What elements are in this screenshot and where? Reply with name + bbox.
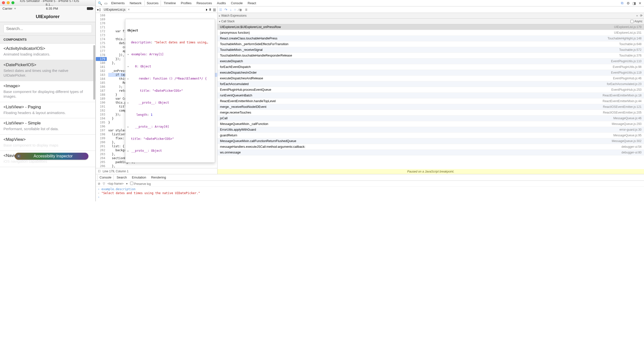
- console-controls: ⊘ ▽ <top frame> ▾ Preserve log: [96, 181, 644, 187]
- stack-frame[interactable]: jsCallMessageQueue.js:46: [218, 116, 644, 121]
- drawer-tab-search[interactable]: Search: [115, 175, 129, 180]
- stack-frame[interactable]: MessageQueueMixin._callFunctionMessageQu…: [218, 121, 644, 127]
- minimize-icon[interactable]: [7, 1, 10, 4]
- pretty-print-icon[interactable]: {}: [98, 169, 101, 173]
- file-tab-active[interactable]: UIExplorerList.js: [102, 7, 127, 12]
- list-item[interactable]: <ActivityIndicatorIOS>Animated loading i…: [0, 44, 95, 60]
- close-tab-icon[interactable]: ✕: [128, 8, 130, 11]
- file-tabs: ▸▯ UIExplorerList.js ✕ ⏵⏸ |||: [96, 6, 217, 13]
- stack-frame[interactable]: React.createClass.touchableHandlePressTo…: [218, 36, 644, 41]
- stack-frame[interactable]: ws.onmessagedebugger-ui:80: [218, 150, 644, 156]
- stack-frame[interactable]: executeDispatchEventPluginUtils.js:110: [218, 58, 644, 64]
- stack-frame[interactable]: executeDispatchesAndReleaseEventPluginHu…: [218, 76, 644, 81]
- drawer: Console Search Emulation Rendering ⊘ ▽ <…: [96, 174, 644, 201]
- zoom-icon[interactable]: [12, 1, 14, 4]
- stack-frame[interactable]: TouchableMixin._performSideEffectsForTra…: [218, 41, 644, 47]
- debugger-toolbar: ▶⃓ ↷ ↓ ↑ ⁄◉ ⏸: [218, 6, 644, 13]
- ios-status-bar: Carrier ᯤ 6:35 PM: [0, 6, 95, 11]
- gear-icon[interactable]: ⚙: [626, 1, 630, 6]
- stack-frame[interactable]: merge.receiveTouchesReactIOSEventEmitter…: [218, 110, 644, 116]
- devtools-panel: 🔍 ▭ Elements Network Sources Timeline Pr…: [96, 0, 644, 201]
- stack-frame[interactable]: MessageQueueMixin.callFunctionReturnFlus…: [218, 138, 644, 144]
- drawer-tabs: Console Search Emulation Rendering: [96, 174, 644, 181]
- frame-selector[interactable]: <top frame>: [108, 182, 124, 185]
- drawer-tab-console[interactable]: Console: [97, 175, 114, 180]
- scrollbar[interactable]: [93, 45, 95, 100]
- stack-frame[interactable]: TouchableMixin._receiveSignalTouchable.j…: [218, 47, 644, 53]
- tab-react[interactable]: React: [246, 0, 258, 6]
- list-item[interactable]: <DatePickerIOS>Select dates and times us…: [0, 60, 95, 81]
- list-item[interactable]: <MapView>Base component to display maps: [0, 135, 95, 151]
- tab-elements[interactable]: Elements: [109, 0, 126, 6]
- close-icon[interactable]: ✕: [16, 154, 21, 159]
- search-icon[interactable]: 🔍: [97, 1, 102, 6]
- stack-frame[interactable]: messageHandlers.executeJSCall:method:arg…: [218, 144, 644, 150]
- resume-icon[interactable]: ▶⃓: [220, 8, 222, 12]
- line-gutter[interactable]: 1681691701711721731741751761771781791801…: [96, 13, 107, 168]
- accessibility-inspector-badge[interactable]: ✕ Accessibility Inspector: [15, 153, 88, 160]
- step-out-icon[interactable]: ↑: [234, 8, 236, 12]
- stack-frame[interactable]: EventPluginHub.processEventQueueEventPlu…: [218, 87, 644, 93]
- close-icon[interactable]: [2, 1, 5, 4]
- tab-audits[interactable]: Audits: [215, 0, 228, 6]
- stack-frame[interactable]: ErrorUtils.applyWithGuarderror-guard.js:…: [218, 127, 644, 133]
- filter-icon[interactable]: ▽: [103, 182, 105, 185]
- clear-console-icon[interactable]: ⊘: [98, 182, 100, 185]
- chevron-down-icon[interactable]: ▾: [126, 182, 128, 185]
- navigator-toggle-icon[interactable]: ▸▯: [97, 8, 101, 11]
- drawer-toggle-icon[interactable]: ⧉: [620, 1, 625, 6]
- search-input[interactable]: [4, 24, 92, 33]
- tab-network[interactable]: Network: [128, 0, 144, 6]
- refresh-icon[interactable]: ⟳: [640, 14, 642, 17]
- pause-exceptions-icon[interactable]: ⏸: [244, 8, 248, 12]
- tab-resources[interactable]: Resources: [195, 0, 214, 6]
- paused-banner: Paused on a JavaScript breakpoint.: [218, 169, 644, 174]
- pretty-print-icon[interactable]: ⏵⏸: [205, 8, 212, 11]
- list-item[interactable]: <ListView> - PagingFloating headers & la…: [0, 102, 95, 119]
- devtools-toolbar: 🔍 ▭ Elements Network Sources Timeline Pr…: [96, 0, 644, 6]
- close-icon[interactable]: ✕: [638, 1, 642, 6]
- code-text[interactable]: Object description: "Select dates and ti…: [107, 13, 217, 168]
- value-tooltip[interactable]: Object description: "Select dates and ti…: [125, 19, 215, 163]
- add-icon[interactable]: ＋: [636, 14, 638, 18]
- device-mode-icon[interactable]: ▭: [103, 1, 108, 6]
- stack-frame[interactable]: merge._receiveRootNodeIDEventReactIOSEve…: [218, 104, 644, 110]
- window-titlebar[interactable]: iOS Simulator - iPhone 5 - iPhone 5 / iO…: [0, 0, 95, 6]
- tab-sources[interactable]: Sources: [144, 0, 161, 6]
- editor-statusbar: {} Line 179, Column 1: [96, 168, 217, 174]
- dock-icon[interactable]: ◨: [632, 1, 636, 6]
- tab-console[interactable]: Console: [229, 0, 245, 6]
- nav-title: UIExplorer: [0, 11, 95, 22]
- stack-frame[interactable]: executeDispatchesInOrderEventPluginUtils…: [218, 70, 644, 76]
- step-over-icon[interactable]: ↷: [224, 8, 228, 12]
- call-stack-header[interactable]: ▾Call Stack Async: [218, 18, 644, 24]
- preserve-log-checkbox[interactable]: [130, 182, 133, 185]
- stack-frame[interactable]: forEachEventDispatchEventPluginUtils.js:…: [218, 64, 644, 70]
- step-into-icon[interactable]: ↓: [230, 8, 232, 12]
- search-bar: [0, 22, 95, 36]
- stack-frame[interactable]: ReactEventEmitterMixin.handleTopLevelRea…: [218, 98, 644, 104]
- stack-frame[interactable]: (anonymous function)UIExplorerList.js:15…: [218, 30, 644, 36]
- stack-frame[interactable]: UIExplorerList.$UIExplorerList_onPressRo…: [218, 24, 644, 30]
- stack-frame[interactable]: runEventQueueInBatchReactEventEmitterMix…: [218, 93, 644, 98]
- list-item[interactable]: <ListView> - SimplePerformant, scrollabl…: [0, 118, 95, 135]
- cursor-position: Line 179, Column 1: [103, 170, 128, 173]
- call-stack-list[interactable]: UIExplorerList.$UIExplorerList_onPressRo…: [218, 24, 644, 169]
- debugger-sidebar: ▶⃓ ↷ ↓ ↑ ⁄◉ ⏸ ▸Watch Expressions ＋ ⟳ ▾Ca…: [218, 6, 644, 174]
- stack-frame[interactable]: guardReturnMessageQueue.js:95: [218, 133, 644, 138]
- list-item[interactable]: <Image>Base component for displaying dif…: [0, 81, 95, 102]
- tab-profiles[interactable]: Profiles: [179, 0, 194, 6]
- tab-timeline[interactable]: Timeline: [162, 0, 178, 6]
- code-body[interactable]: 1681691701711721731741751761771781791801…: [96, 13, 217, 168]
- carrier-label: Carrier: [2, 7, 12, 10]
- stack-frame[interactable]: TouchableMixin.touchableHandleResponderR…: [218, 53, 644, 58]
- deactivate-breakpoints-icon[interactable]: ⁄◉: [238, 8, 242, 12]
- async-checkbox[interactable]: [630, 20, 634, 23]
- console-output[interactable]: example.description "Select dates and ti…: [96, 187, 644, 201]
- components-list[interactable]: <ActivityIndicatorIOS>Animated loading i…: [0, 44, 95, 201]
- drawer-tab-rendering[interactable]: Rendering: [149, 175, 168, 180]
- stack-frame[interactable]: forEachAccumulatedforEachAccumulated.js:…: [218, 81, 644, 87]
- split-icon[interactable]: |||: [213, 8, 216, 11]
- watch-expressions-header[interactable]: ▸Watch Expressions ＋ ⟳: [218, 13, 644, 18]
- drawer-tab-emulation[interactable]: Emulation: [130, 175, 148, 180]
